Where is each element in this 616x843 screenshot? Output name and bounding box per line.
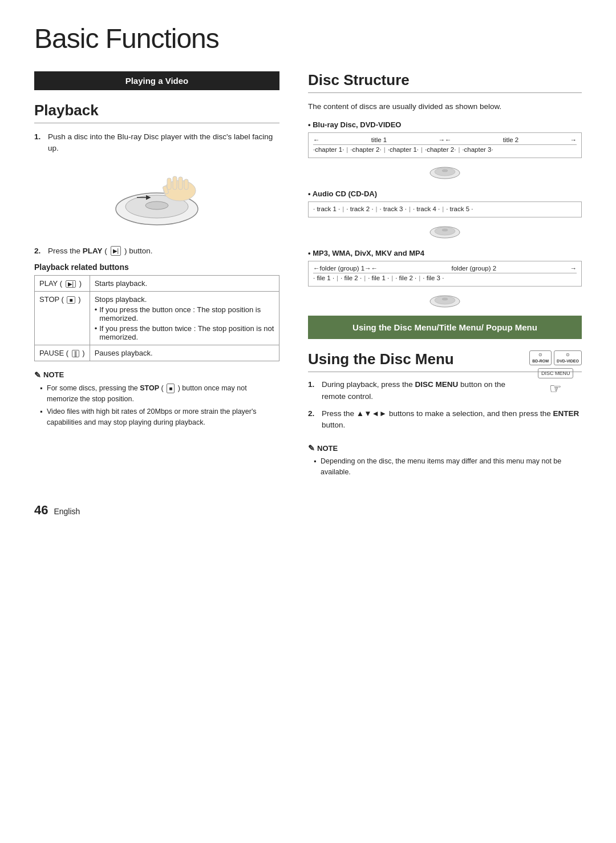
disc-illustration — [34, 165, 279, 235]
disc-structure-title: Disc Structure — [308, 71, 582, 93]
disc-type-label-mp3: MP3, WMA, DivX, MKV and MP4 — [308, 249, 582, 257]
step2-text: Press the PLAY ( ▶| ) button. — [48, 245, 152, 257]
dvd-video-icon: ⊙ DVD-VIDEO — [554, 350, 582, 365]
step2: 2. Press the PLAY ( ▶| ) button. — [34, 245, 279, 257]
disc-menu-step2: 2. Press the ▲▼◄► buttons to make a sele… — [308, 408, 582, 431]
svg-rect-7 — [179, 177, 183, 189]
disc-menu-banner: Using the Disc Menu/Title Menu/ Popup Me… — [308, 316, 582, 339]
bd-dvd-icons: ⊙ BD-ROM ⊙ DVD-VIDEO DISC MENU ☞ — [529, 350, 582, 396]
disc-menu-note-list: Depending on the disc, the menu items ma… — [308, 456, 582, 478]
step1: 1. Push a disc into the Blu-ray Disc pla… — [34, 131, 279, 155]
step1-num: 1. — [34, 131, 44, 155]
svg-rect-5 — [167, 178, 171, 189]
svg-point-2 — [145, 201, 168, 209]
note-title: ✎ NOTE — [34, 370, 279, 380]
page-title: Basic Functions — [34, 23, 582, 54]
list-item: Video files with high bit rates of 20Mbp… — [40, 406, 279, 428]
table-key: PLAY ( ▶| ) — [35, 275, 90, 291]
disc-menu-step2-text: Press the ▲▼◄► buttons to make a selecti… — [322, 408, 582, 431]
table-value: Pauses playback. — [90, 345, 279, 361]
disc-diagram-cd: · track 1 ·| · track 2 ·| · track 3 ·| ·… — [308, 201, 582, 217]
disc-icon-bluray — [428, 163, 462, 180]
disc-type-label-cd: Audio CD (CD-DA) — [308, 189, 582, 198]
note-label: NOTE — [43, 370, 64, 379]
using-disc-menu-title: ⊙ BD-ROM ⊙ DVD-VIDEO DISC MENU ☞ Using t… — [308, 350, 582, 437]
note-list: For some discs, pressing the STOP ( ■ ) … — [34, 383, 279, 428]
disc-diagram-bluray: ←title 1→←title 2→ ·chapter 1·| ·chapter… — [308, 132, 582, 158]
note-section: ✎ NOTE For some discs, pressing the STOP… — [34, 370, 279, 428]
hand-icon: ☞ — [529, 381, 582, 397]
disc-menu-step1-text: During playback, press the DISC MENU but… — [322, 379, 524, 402]
disc-structure-intro: The content of discs are usually divided… — [308, 101, 582, 112]
disc-menu-note-title: ✎ NOTE — [308, 443, 582, 453]
disc-menu-note-section: ✎ NOTE Depending on the disc, the menu i… — [308, 443, 582, 478]
step2-num: 2. — [34, 245, 44, 257]
table-key: PAUSE ( ‖ ) — [35, 345, 90, 361]
svg-rect-6 — [173, 176, 177, 189]
disc-menu-note-pen-icon: ✎ — [308, 443, 315, 453]
list-item: Depending on the disc, the menu items ma… — [314, 456, 582, 478]
disc-mini-bluray — [308, 163, 582, 181]
disc-diagram-mp3: ←folder (group) 1→←folder (group) 2→ · f… — [308, 261, 582, 287]
disc-menu-step1-num: 1. — [308, 379, 318, 402]
disc-type-label-bluray: Blu-ray Disc, DVD-VIDEO — [308, 120, 582, 129]
disc-menu-note-label: NOTE — [317, 444, 338, 453]
table-row: PLAY ( ▶| ) Starts playback. — [35, 275, 279, 291]
playing-video-banner: Playing a Video — [34, 71, 279, 90]
svg-rect-8 — [184, 179, 188, 189]
table-row: PAUSE ( ‖ ) Pauses playback. — [35, 345, 279, 361]
page-number: 46 — [34, 503, 48, 517]
playback-table: PLAY ( ▶| ) Starts playback. STOP ( ■ ) … — [34, 275, 279, 361]
playback-related-title: Playback related buttons — [34, 263, 279, 272]
step1-text: Push a disc into the Blu-ray Disc player… — [48, 131, 279, 155]
table-value: Starts playback. — [90, 275, 279, 291]
disc-menu-button-img: DISC MENU ☞ — [529, 368, 582, 397]
disc-player-svg — [100, 165, 214, 233]
svg-point-18 — [442, 298, 448, 300]
list-item: For some discs, pressing the STOP ( ■ ) … — [40, 383, 279, 405]
language-label: English — [54, 507, 80, 516]
svg-point-15 — [442, 229, 448, 231]
playback-section-title: Playback — [34, 102, 279, 123]
disc-icon-mp3 — [428, 291, 462, 308]
disc-mini-cd — [308, 222, 582, 241]
table-value: Stops playback. •If you press the button… — [90, 291, 279, 345]
disc-icon-cd — [428, 222, 462, 239]
table-row: STOP ( ■ ) Stops playback. •If you press… — [35, 291, 279, 345]
disc-menu-step1: 1. During playback, press the DISC MENU … — [308, 379, 524, 402]
disc-mini-mp3 — [308, 291, 582, 310]
disc-menu-step2-num: 2. — [308, 408, 318, 431]
table-key: STOP ( ■ ) — [35, 291, 90, 345]
bd-rom-icon: ⊙ BD-ROM — [529, 350, 552, 365]
note-pen-icon: ✎ — [34, 370, 41, 380]
page-footer: 46 English — [34, 503, 582, 518]
svg-point-12 — [442, 170, 448, 172]
